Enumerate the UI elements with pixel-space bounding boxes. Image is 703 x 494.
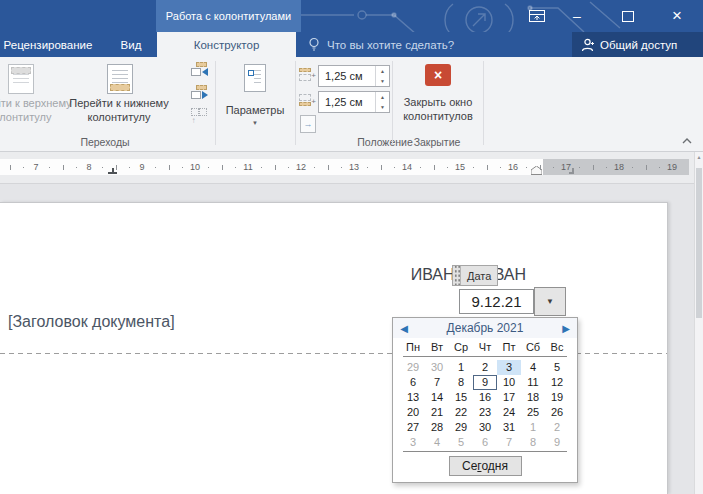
calendar-day[interactable]: 30 xyxy=(473,420,497,435)
calendar-day[interactable]: 13 xyxy=(401,390,425,405)
date-dropdown-button[interactable]: ▼ xyxy=(534,287,566,316)
calendar-day[interactable]: 7 xyxy=(425,375,449,390)
calendar-day[interactable]: 31 xyxy=(497,420,521,435)
calendar-day[interactable]: 26 xyxy=(545,405,569,420)
next-month-button[interactable]: ▶ xyxy=(555,323,577,334)
calendar-day[interactable]: 11 xyxy=(521,375,545,390)
insert-alignment-tab-button[interactable]: → xyxy=(300,115,316,133)
calendar-day[interactable]: 9 xyxy=(473,375,497,390)
calendar-day[interactable]: 1 xyxy=(449,360,473,375)
footer-from-bottom-spinner[interactable]: 1,25 см ▲ ▼ xyxy=(318,91,390,113)
calendar-day[interactable]: 8 xyxy=(521,435,545,450)
group-separator xyxy=(483,61,484,145)
calendar-day[interactable]: 6 xyxy=(473,435,497,450)
calendar-day[interactable]: 5 xyxy=(545,360,569,375)
context-tab-title: Работа с колонтитулами xyxy=(166,10,291,22)
calendar-day[interactable]: 23 xyxy=(473,405,497,420)
ruler-tick xyxy=(102,167,103,168)
link-previous-section-button[interactable] xyxy=(188,61,210,81)
ruler-tick xyxy=(328,165,329,170)
lightbulb-icon xyxy=(308,37,320,52)
spin-up-button[interactable]: ▲ xyxy=(376,92,389,102)
title-placeholder-text[interactable]: [Заголовок документа] xyxy=(8,313,175,331)
calendar-separator xyxy=(403,451,567,452)
ruler-tick xyxy=(155,167,156,168)
group-separator xyxy=(295,61,296,145)
document-page[interactable]: ИВАНОВ ИВАН [Заголовок документа] Дата 9… xyxy=(0,202,668,494)
vertical-scrollbar[interactable]: ▲ xyxy=(694,152,703,494)
go-to-footer-button[interactable]: Перейти к нижнему колонтитулу xyxy=(57,60,181,146)
tell-me-box[interactable]: Что вы хотите сделать? xyxy=(308,32,454,57)
calendar-day[interactable]: 30 xyxy=(425,360,449,375)
calendar-day[interactable]: 3 xyxy=(497,360,521,375)
scrollbar-thumb[interactable] xyxy=(696,168,702,318)
tell-me-label: Что вы хотите сделать? xyxy=(327,39,454,51)
spin-down-button[interactable]: ▼ xyxy=(376,76,389,86)
calendar-day[interactable]: 2 xyxy=(545,420,569,435)
ruler-tick xyxy=(553,167,554,168)
ruler-tick xyxy=(659,167,660,168)
previous-month-button[interactable]: ◀ xyxy=(393,323,415,334)
link-next-section-button[interactable] xyxy=(188,84,210,104)
calendar-day[interactable]: 29 xyxy=(449,420,473,435)
ruler-number: 7 xyxy=(33,162,38,172)
ruler-tick xyxy=(235,167,236,168)
drag-handle-icon[interactable] xyxy=(453,266,461,285)
link-to-previous-button[interactable]: ↑ xyxy=(188,106,210,126)
calendar-day[interactable]: 18 xyxy=(521,390,545,405)
calendar-day[interactable]: 22 xyxy=(449,405,473,420)
spin-up-button[interactable]: ▲ xyxy=(376,66,389,76)
calendar-day[interactable]: 28 xyxy=(425,420,449,435)
calendar-day[interactable]: 29 xyxy=(401,360,425,375)
calendar-day[interactable]: 16 xyxy=(473,390,497,405)
today-button[interactable]: Сегодня xyxy=(449,456,522,476)
calendar-day[interactable]: 5 xyxy=(449,435,473,450)
calendar-day[interactable]: 17 xyxy=(497,390,521,405)
close-icon: × xyxy=(672,6,682,26)
calendar-day[interactable]: 15 xyxy=(449,390,473,405)
calendar-day[interactable]: 27 xyxy=(401,420,425,435)
share-button[interactable]: Общий доступ xyxy=(572,32,703,57)
header-from-top-spinner[interactable]: 1,25 см ▲ ▼ xyxy=(318,65,390,87)
calendar-day-header: Чт xyxy=(473,340,497,354)
calendar-day[interactable]: 24 xyxy=(497,405,521,420)
calendar-day[interactable]: 2 xyxy=(473,360,497,375)
minimize-button[interactable]: – xyxy=(562,3,592,29)
ruler-tick xyxy=(579,167,580,168)
options-button[interactable]: Параметры ▼ xyxy=(219,60,291,146)
calendar-day[interactable]: 3 xyxy=(401,435,425,450)
ribbon-display-options-button[interactable] xyxy=(522,3,552,29)
calendar-day[interactable]: 21 xyxy=(425,405,449,420)
calendar-day[interactable]: 7 xyxy=(497,435,521,450)
calendar-day[interactable]: 6 xyxy=(401,375,425,390)
close-window-button[interactable]: × xyxy=(662,3,692,29)
calendar-day[interactable]: 9 xyxy=(545,435,569,450)
date-content-control-tag[interactable]: Дата xyxy=(452,265,498,286)
ruler-number: 8 xyxy=(86,162,91,172)
close-header-footer-button[interactable]: × Закрыть окно колонтитулов xyxy=(395,60,481,146)
tab-view[interactable]: Вид xyxy=(106,32,156,57)
ruler-tick xyxy=(434,165,435,170)
calendar-day[interactable]: 8 xyxy=(449,375,473,390)
title-bar: Работа с колонтитулами – × xyxy=(0,0,703,32)
ruler-number: 16 xyxy=(508,162,518,172)
calendar-day[interactable]: 25 xyxy=(521,405,545,420)
ruler-tick xyxy=(261,167,262,168)
maximize-button[interactable] xyxy=(613,3,643,29)
calendar-day[interactable]: 4 xyxy=(425,435,449,450)
calendar-day[interactable]: 20 xyxy=(401,405,425,420)
dropdown-caret-icon: ▼ xyxy=(219,120,291,126)
calendar-day[interactable]: 1 xyxy=(521,420,545,435)
tab-design-active[interactable]: Конструктор xyxy=(157,32,296,57)
spin-down-button[interactable]: ▼ xyxy=(376,102,389,112)
collapse-ribbon-button[interactable] xyxy=(681,137,693,145)
calendar-day[interactable]: 4 xyxy=(521,360,545,375)
tab-review[interactable]: Рецензирование xyxy=(0,32,100,57)
date-field[interactable]: 9.12.21 xyxy=(459,289,534,314)
calendar-day[interactable]: 19 xyxy=(545,390,569,405)
ribbon-display-icon xyxy=(528,8,546,24)
calendar-day[interactable]: 12 xyxy=(545,375,569,390)
ruler-tick xyxy=(394,167,395,168)
calendar-day[interactable]: 14 xyxy=(425,390,449,405)
calendar-day[interactable]: 10 xyxy=(497,375,521,390)
